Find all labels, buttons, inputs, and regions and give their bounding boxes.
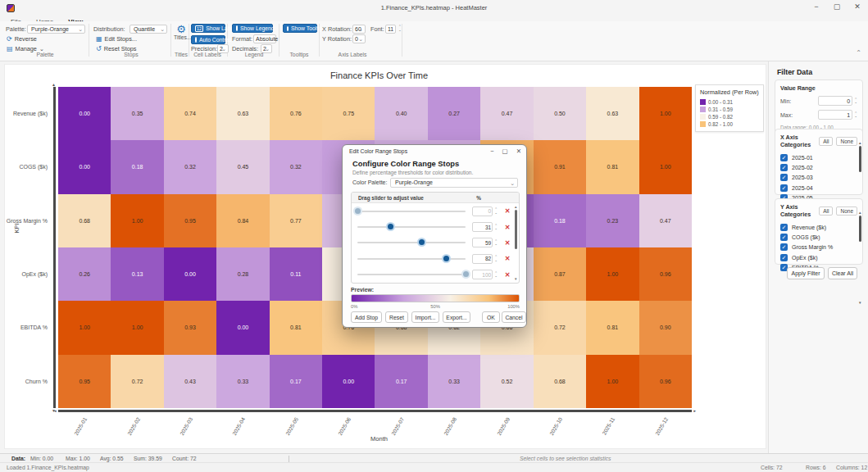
font-size-input[interactable]: 11 (385, 25, 396, 34)
stop-slider[interactable] (357, 211, 466, 212)
stop-value-input[interactable]: 31 (472, 222, 493, 232)
delete-stop-button[interactable]: ✕ (502, 239, 512, 247)
heatmap-cell[interactable]: 0.63 (586, 87, 639, 140)
stop-value-stepper[interactable]: ⌃⌄ (494, 208, 498, 214)
heatmap-cell[interactable]: 0.00 (216, 301, 269, 354)
heatmap-cell[interactable]: 0.52 (480, 355, 533, 408)
heatmap-cell[interactable]: 0.18 (534, 194, 586, 247)
category-item[interactable]: ✓2025-01 (780, 152, 857, 162)
dialog-maximize-button[interactable]: ▢ (502, 148, 508, 155)
checkbox-checked-icon[interactable]: ✓ (780, 154, 788, 161)
x-rotation-combobox[interactable]: 60 (352, 25, 366, 34)
heatmap-cell[interactable]: 0.47 (480, 87, 533, 140)
heatmap-cell[interactable]: 0.00 (58, 140, 111, 193)
slider-handle[interactable] (419, 239, 425, 245)
heatmap-cell[interactable]: 0.40 (375, 87, 427, 140)
clear-all-button[interactable]: Clear All (828, 267, 857, 279)
heatmap-cell[interactable]: 0.68 (534, 355, 586, 408)
min-stepper[interactable]: ⌃⌄ (854, 98, 857, 104)
palette-combobox[interactable]: Purple-Orange (27, 25, 85, 34)
heatmap-cell[interactable]: 0.33 (428, 355, 480, 408)
heatmap-cell[interactable]: 1.00 (639, 140, 692, 193)
heatmap-cell[interactable]: 0.33 (216, 355, 269, 408)
format-combobox[interactable]: Absolute (253, 34, 276, 43)
minimize-button[interactable]: − (811, 2, 822, 11)
slider-handle[interactable] (443, 256, 449, 261)
dialog-title-bar[interactable]: Edit Color Range Stops − ▢ ✕ (343, 145, 526, 157)
heatmap-cell[interactable]: 1.00 (111, 301, 163, 354)
heatmap-cell[interactable]: 0.45 (216, 140, 269, 193)
heatmap-cell[interactable]: 0.23 (586, 194, 639, 247)
heatmap-cell[interactable]: 0.84 (216, 194, 269, 247)
vertical-scrollbar[interactable] (53, 87, 56, 408)
category-item[interactable]: ✓2025-04 (780, 183, 857, 193)
heatmap-cell[interactable]: 1.00 (58, 301, 111, 354)
stop-value-stepper[interactable]: ⌃⌄ (494, 240, 498, 246)
heatmap-cell[interactable]: 0.81 (270, 301, 322, 354)
stop-slider[interactable] (357, 274, 466, 275)
heatmap-cell[interactable]: 0.32 (164, 140, 216, 193)
heatmap-cell[interactable]: 0.90 (639, 301, 692, 354)
checkbox-checked-icon[interactable]: ✓ (780, 184, 788, 192)
heatmap-cell[interactable]: 0.50 (534, 87, 586, 140)
x-axis-scrollbar[interactable] (858, 141, 862, 186)
heatmap-cell[interactable]: 1.00 (111, 194, 163, 247)
stops-scrollbar[interactable] (514, 205, 518, 281)
stop-value-stepper[interactable]: ⌃⌄ (494, 225, 498, 230)
heatmap-cell[interactable]: 0.95 (58, 355, 111, 408)
heatmap-cell[interactable]: 0.72 (534, 301, 586, 354)
stop-value-input[interactable]: 59 (472, 238, 493, 247)
heatmap-cell[interactable]: 0.13 (111, 247, 163, 301)
stop-slider[interactable] (357, 242, 466, 243)
titles-button[interactable]: ⚙ Titles... (174, 24, 189, 40)
y-axis-scrollbar[interactable] (858, 211, 862, 256)
stop-slider[interactable] (357, 258, 466, 260)
heatmap-cell[interactable]: 0.47 (639, 194, 692, 247)
stop-value-input[interactable]: 82 (472, 254, 493, 264)
delete-stop-button[interactable]: ✕ (502, 255, 512, 262)
heatmap-cell[interactable]: 1.00 (586, 355, 639, 408)
stop-slider[interactable] (357, 226, 466, 228)
heatmap-cell[interactable]: 0.00 (322, 355, 375, 408)
checkbox-checked-icon[interactable]: ✓ (780, 164, 788, 171)
stop-value-stepper[interactable]: ⌃⌄ (494, 272, 498, 278)
category-item[interactable]: ✓2025-02 (780, 162, 857, 172)
category-item[interactable]: ✓Revenue ($k) (780, 222, 857, 232)
heatmap-cell[interactable]: 0.81 (586, 140, 639, 193)
heatmap-cell[interactable]: 0.96 (639, 355, 692, 408)
heatmap-cell[interactable]: 0.00 (164, 247, 216, 301)
heatmap-cell[interactable]: 0.17 (270, 355, 322, 408)
import-button[interactable]: Import... (411, 311, 439, 323)
slider-handle[interactable] (388, 224, 393, 229)
heatmap-cell[interactable]: 0.17 (375, 355, 427, 408)
stop-value-stepper[interactable]: ⌃⌄ (494, 256, 498, 261)
x-axis-none-button[interactable]: None (836, 137, 857, 146)
y-axis-all-button[interactable]: All (819, 206, 833, 216)
heatmap-cell[interactable]: 0.77 (270, 194, 322, 247)
heatmap-cell[interactable]: 0.63 (216, 87, 269, 140)
max-input[interactable]: 1 (818, 110, 852, 120)
delete-stop-button[interactable]: ✕ (502, 207, 512, 215)
collapse-ribbon-icon[interactable]: ⌃ (856, 49, 861, 57)
y-axis-none-button[interactable]: None (836, 206, 857, 216)
export-button[interactable]: Export... (443, 311, 470, 323)
heatmap-cell[interactable]: 0.72 (111, 355, 163, 408)
heatmap-cell[interactable]: 0.87 (534, 247, 586, 301)
reset-button[interactable]: Reset (385, 311, 408, 323)
dialog-minimize-button[interactable]: − (490, 148, 493, 155)
category-item[interactable]: ✓2025-03 (780, 173, 857, 183)
heatmap-cell[interactable]: 0.43 (164, 355, 216, 408)
cancel-button[interactable]: Cancel (502, 311, 526, 323)
heatmap-cell[interactable]: 0.96 (639, 247, 692, 301)
heatmap-cell[interactable]: 0.11 (270, 247, 322, 301)
heatmap-cell[interactable]: 0.76 (270, 87, 322, 140)
delete-stop-button[interactable]: ✕ (502, 224, 512, 231)
checkbox-checked-icon[interactable]: ✓ (780, 234, 788, 241)
heatmap-cell[interactable]: 1.00 (639, 87, 692, 140)
heatmap-cell[interactable]: 0.74 (164, 87, 216, 140)
min-input[interactable]: 0 (818, 96, 852, 106)
delete-stop-button[interactable]: ✕ (502, 271, 512, 279)
apply-filter-button[interactable]: Apply Filter (787, 267, 825, 279)
heatmap-cell[interactable]: 0.27 (428, 87, 480, 140)
x-axis-all-button[interactable]: All (819, 137, 833, 146)
